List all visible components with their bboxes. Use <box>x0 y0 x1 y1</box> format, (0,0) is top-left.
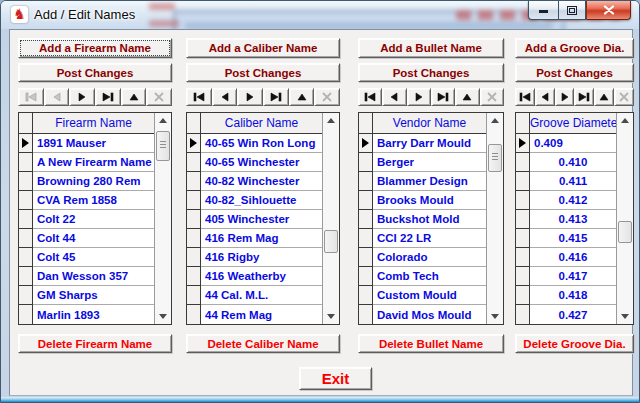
row-indicator-cell[interactable] <box>516 210 530 229</box>
titlebar[interactable]: ♞ Add / Edit Names <box>1 1 639 29</box>
grid-cell[interactable]: 1891 Mauser <box>33 134 154 153</box>
scrollbar-thumb[interactable] <box>618 221 632 243</box>
add-button[interactable]: Add a Groove Dia. <box>515 38 634 58</box>
row-indicator-cell[interactable] <box>516 153 530 172</box>
scroll-down-button[interactable] <box>487 309 503 324</box>
grid-cell[interactable]: Brooks Mould <box>373 191 486 210</box>
row-indicator-cell[interactable] <box>187 248 201 267</box>
grid-cell[interactable]: Custom Mould <box>373 286 486 305</box>
row-indicator-cell[interactable] <box>516 172 530 191</box>
row-indicator-cell[interactable] <box>516 191 530 210</box>
grid-cell[interactable]: 0.417 <box>530 267 616 286</box>
grid-cell[interactable]: 0.410 <box>530 153 616 172</box>
grid-cell[interactable]: 416 Rigby <box>201 248 322 267</box>
maximize-button[interactable] <box>558 1 586 20</box>
row-indicator-cell[interactable] <box>187 191 201 210</box>
minimize-button[interactable] <box>528 1 558 20</box>
scroll-up-button[interactable] <box>323 113 339 128</box>
grid-cell[interactable]: CVA Rem 1858 <box>33 191 154 210</box>
nav-up-button[interactable] <box>594 88 614 106</box>
row-indicator-cell[interactable] <box>187 153 201 172</box>
grid-cell[interactable]: Blammer Design <box>373 172 486 191</box>
nav-up-button[interactable] <box>121 88 147 106</box>
grid-scrollbar[interactable] <box>322 113 339 324</box>
grid-cell[interactable]: 0.411 <box>530 172 616 191</box>
grid-cell[interactable]: Berger <box>373 153 486 172</box>
current-row-indicator[interactable] <box>359 134 373 153</box>
nav-next-button[interactable] <box>237 88 263 106</box>
row-indicator-cell[interactable] <box>359 305 373 324</box>
row-indicator-cell[interactable] <box>187 286 201 305</box>
grid-cell[interactable]: 40-65 Win Ron Long <box>201 134 322 153</box>
grid-cell[interactable]: 40-82_Sihlouette <box>201 191 322 210</box>
row-indicator-cell[interactable] <box>359 248 373 267</box>
nav-up-button[interactable] <box>455 88 479 106</box>
nav-next-button[interactable] <box>555 88 575 106</box>
row-indicator-cell[interactable] <box>187 210 201 229</box>
nav-up-button[interactable] <box>289 88 315 106</box>
row-indicator-cell[interactable] <box>359 153 373 172</box>
add-button[interactable]: Add a Caliber Name <box>186 38 340 58</box>
post-changes-button[interactable]: Post Changes <box>515 63 634 82</box>
grid-cell[interactable]: Buckshot Mold <box>373 210 486 229</box>
grid-cell[interactable]: 0.415 <box>530 229 616 248</box>
grid-scrollbar[interactable] <box>154 113 171 324</box>
scroll-down-button[interactable] <box>155 309 171 324</box>
scrollbar-thumb[interactable] <box>324 230 338 253</box>
row-indicator-cell[interactable] <box>359 191 373 210</box>
grid-cell[interactable]: Colorado <box>373 248 486 267</box>
delete-button[interactable]: Delete Bullet Name <box>358 334 504 353</box>
row-indicator-cell[interactable] <box>516 229 530 248</box>
row-indicator-cell[interactable] <box>19 248 33 267</box>
row-indicator-cell[interactable] <box>19 153 33 172</box>
nav-prev-button[interactable] <box>212 88 238 106</box>
row-indicator-cell[interactable] <box>19 305 33 324</box>
row-indicator-cell[interactable] <box>19 286 33 305</box>
close-button[interactable] <box>586 1 631 20</box>
grid-cell[interactable]: 44 Cal. M.L. <box>201 286 322 305</box>
nav-last-button[interactable] <box>263 88 289 106</box>
row-indicator-cell[interactable] <box>19 229 33 248</box>
nav-prev-button[interactable] <box>382 88 406 106</box>
grid-cell[interactable]: Barry Darr Mould <box>373 134 486 153</box>
nav-last-button[interactable] <box>95 88 121 106</box>
delete-button[interactable]: Delete Caliber Name <box>186 334 340 353</box>
scrollbar-thumb[interactable] <box>488 144 502 172</box>
grid-cell[interactable]: 0.427 <box>530 305 616 324</box>
grid-cell[interactable]: 0.412 <box>530 191 616 210</box>
grid-cell[interactable]: 416 Weatherby <box>201 267 322 286</box>
row-indicator-cell[interactable] <box>187 172 201 191</box>
grid-scrollbar[interactable] <box>616 113 633 324</box>
row-indicator-cell[interactable] <box>359 229 373 248</box>
grid-cell[interactable]: 0.413 <box>530 210 616 229</box>
scrollbar-thumb[interactable] <box>156 131 170 161</box>
grid-cell[interactable]: Comb Tech <box>373 267 486 286</box>
row-indicator-cell[interactable] <box>187 267 201 286</box>
nav-next-button[interactable] <box>407 88 431 106</box>
grid-cell[interactable]: GM Sharps <box>33 286 154 305</box>
grid-cell[interactable]: 0.416 <box>530 248 616 267</box>
row-indicator-cell[interactable] <box>359 286 373 305</box>
nav-last-button[interactable] <box>574 88 594 106</box>
grid-cell[interactable]: 416 Rem Mag <box>201 229 322 248</box>
exit-button[interactable]: Exit <box>299 367 372 390</box>
row-indicator-cell[interactable] <box>19 267 33 286</box>
grid-scrollbar[interactable] <box>486 113 503 324</box>
scroll-up-button[interactable] <box>617 113 633 128</box>
row-indicator-cell[interactable] <box>187 305 201 324</box>
post-changes-button[interactable]: Post Changes <box>358 63 504 82</box>
nav-prev-button[interactable] <box>535 88 555 106</box>
row-indicator-cell[interactable] <box>516 286 530 305</box>
grid-cell[interactable]: 40-82 Winchester <box>201 172 322 191</box>
nav-first-button[interactable] <box>358 88 382 106</box>
row-indicator-cell[interactable] <box>516 248 530 267</box>
grid-cell[interactable]: 405 Winchester <box>201 210 322 229</box>
add-button[interactable]: Add a Firearm Name <box>18 38 172 58</box>
grid-cell[interactable]: 0.418 <box>530 286 616 305</box>
grid-cell[interactable]: Browning 280 Rem <box>33 172 154 191</box>
grid-cell[interactable]: CCI 22 LR <box>373 229 486 248</box>
row-indicator-cell[interactable] <box>516 267 530 286</box>
nav-first-button[interactable] <box>515 88 535 106</box>
row-indicator-cell[interactable] <box>187 229 201 248</box>
current-row-indicator[interactable] <box>516 134 530 153</box>
